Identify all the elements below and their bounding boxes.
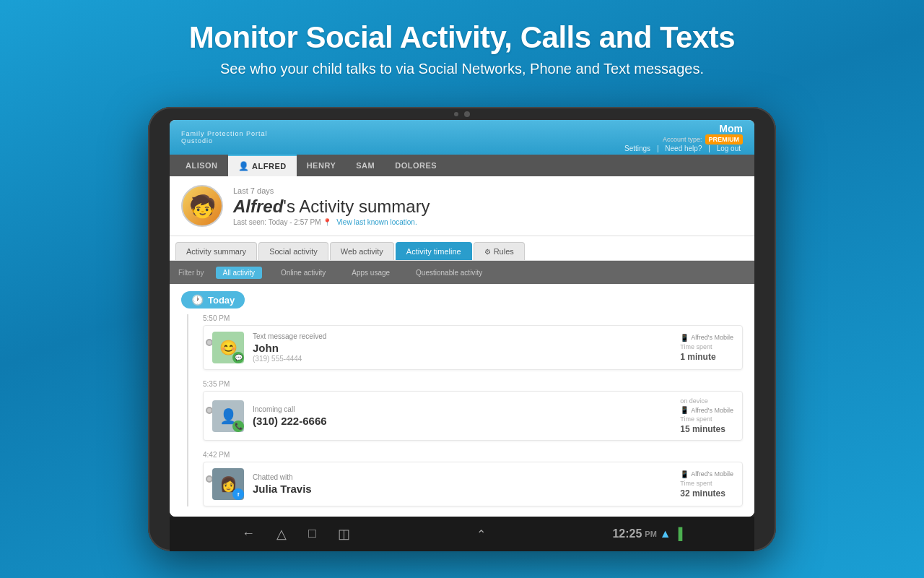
app-tagline: Family Protection Portal [181,130,268,137]
activity-tabs: Activity summary Social activity Web act… [170,236,754,261]
text-badge-1: 💬 [232,352,244,363]
location-pin-icon: 📍 [323,218,331,226]
tablet-speaker [454,112,458,116]
clock-icon: 🕐 [191,294,204,306]
device-icon-1: 📱 [680,334,689,342]
today-badge: 🕐 Today [181,291,245,309]
separator1: | [657,144,661,152]
settings-link[interactable]: Settings [624,144,650,152]
filter-all[interactable]: All activity [216,267,262,279]
on-device-label-2: on device [680,397,708,405]
tab-henry[interactable]: HENRY [297,155,346,176]
time-spent-label-3: Time spent [680,480,712,487]
activity-card-3: 👩 f Chatted with Julia Travis 📱 Alfre [203,462,743,506]
app-container: Family Protection Portal Qustodio Mom Ac… [170,120,754,517]
time-label-1: 5:50 PM [203,314,743,322]
activity-details-1: Text message received John (319) 555-444… [253,332,671,363]
tablet-navbar: ← △ □ ◫ ⌃ 12:25 PM ▲ ▐ [170,517,754,551]
today-label: Today [208,295,235,306]
device-info-2: on device [680,397,708,405]
wifi-icon: ▲ [660,527,671,540]
tab-rules[interactable]: ⚙ Rules [474,242,525,260]
home-icon[interactable]: △ [276,526,287,542]
header-links: Settings | Need help? | Log out [622,144,743,152]
time-label-2: 5:35 PM [203,380,743,388]
recents-icon[interactable]: □ [308,526,316,542]
avatar: 🧒 [181,185,223,227]
device-label-3: Alfred's Mobile [691,470,733,478]
app-logo-text: Qustodio [181,137,268,144]
tablet-device: Family Protection Portal Qustodio Mom Ac… [148,107,776,551]
tablet-camera [464,111,470,117]
activity-meta-1: 📱 Alfred's Mobile Time spent 1 minute [680,334,733,362]
tablet-screen: Family Protection Portal Qustodio Mom Ac… [170,120,754,517]
activity-meta-3: 📱 Alfred's Mobile Time spent 32 minutes [680,470,733,499]
device-info-1: 📱 Alfred's Mobile [680,334,733,342]
activity-name-2: (310) 222-6666 [253,415,671,427]
time-spent-label-1: Time spent [680,343,712,350]
nav-icons-left: ← △ □ ◫ [242,526,350,542]
tab-alfred[interactable]: 👤ALFRED [228,155,297,176]
app-header: Family Protection Portal Qustodio Mom Ac… [170,120,754,155]
device-label-1: Alfred's Mobile [691,334,733,341]
user-name: Mom [622,123,743,134]
timeline-entry-2: 5:35 PM 👤 📞 Incoming call (310) 222-6666 [203,380,743,441]
location-link[interactable]: View last known location. [336,218,417,226]
call-badge-2: 📞 [232,420,244,432]
tab-social-activity[interactable]: Social activity [258,242,328,260]
device-label-2: Alfred's Mobile [691,407,733,414]
filter-label: Filter by [178,269,204,277]
filter-questionable[interactable]: Questionable activity [409,267,489,279]
back-icon[interactable]: ← [242,526,255,542]
activity-name-3: Julia Travis [253,483,671,495]
app-logo: Family Protection Portal Qustodio [181,130,268,144]
filter-apps[interactable]: Apps usage [344,267,397,279]
activity-type-3: Chatted with [253,473,671,481]
time-spent-3: 32 minutes [680,488,725,499]
time-spent-1: 1 minute [680,352,715,362]
profile-name-bold: Alfred [233,197,283,216]
tab-activity-summary[interactable]: Activity summary [175,242,257,260]
timeline-entry-1: 5:50 PM 😊 💬 Text message received John (… [203,314,743,370]
last-seen-text: Last seen: Today - 2:57 PM [233,218,321,226]
time-spent-2: 15 minutes [680,424,725,434]
activity-details-3: Chatted with Julia Travis [253,473,671,495]
device-name-2: 📱 Alfred's Mobile [680,406,733,414]
filter-online[interactable]: Online activity [274,267,333,279]
separator2: | [708,144,712,152]
profile-info: Last 7 days Alfred's Activity summary La… [233,186,743,226]
logout-link[interactable]: Log out [717,144,741,152]
profile-lastseen: Last seen: Today - 2:57 PM 📍 View last k… [233,218,743,226]
activity-card-1: 😊 💬 Text message received John (319) 555… [203,325,743,370]
status-bar: 12:25 PM ▲ ▐ [612,527,682,540]
tab-sam[interactable]: SAM [346,155,385,176]
timeline-container: 🕐 Today 5:50 PM 😊 💬 [170,284,754,517]
need-help-link[interactable]: Need help? [665,144,702,152]
menu-icon[interactable]: ◫ [338,526,350,542]
clock-time: 12:25 [612,527,642,540]
profile-name: Alfred's Activity summary [233,197,743,217]
activity-name-1: John [253,342,671,354]
tab-alison[interactable]: ALISON [175,155,228,176]
profile-section: 🧒 Last 7 days Alfred's Activity summary … [170,176,754,236]
fb-badge-3: f [232,488,244,500]
chevron-up-icon: ⌃ [476,527,486,541]
activity-avatar-2: 👤 📞 [212,400,244,432]
profile-name-rest: 's Activity summary [283,197,430,216]
page-header: Monitor Social Activity, Calls and Texts… [0,0,924,77]
page-subheading: See who your child talks to via Social N… [0,61,924,77]
activity-avatar-3: 👩 f [212,468,244,500]
clock-time-suffix: PM [645,530,657,538]
device-icon-2: 📱 [680,406,689,414]
account-type-label: Account type: [663,136,702,143]
tab-dolores[interactable]: DOLORES [385,155,447,176]
tab-activity-timeline[interactable]: Activity timeline [396,242,472,260]
tab-web-activity[interactable]: Web activity [330,242,394,260]
activity-sub-1: (319) 555-4444 [253,355,671,363]
timeline-line: 5:50 PM 😊 💬 Text message received John (… [181,314,743,506]
activity-meta-2: on device 📱 Alfred's Mobile Time spent 1… [680,397,733,434]
activity-type-2: Incoming call [253,405,671,413]
app-header-right: Mom Account type: Premium Settings | Nee… [622,123,743,152]
rules-label: Rules [494,247,514,256]
device-icon-3: 📱 [680,470,689,478]
